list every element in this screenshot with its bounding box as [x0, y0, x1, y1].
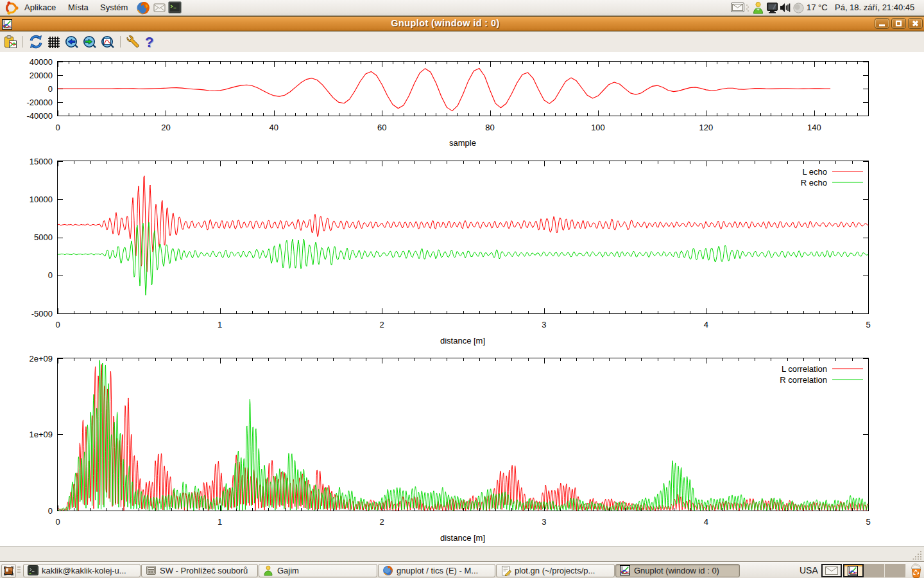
svg-text:-5000: -5000 [31, 309, 53, 319]
svg-text:2: 2 [380, 320, 384, 329]
svg-text:5000: 5000 [34, 232, 53, 242]
svg-text:5: 5 [866, 517, 870, 527]
svg-text:10000: 10000 [30, 195, 53, 204]
svg-text:15000: 15000 [30, 157, 53, 166]
svg-text:5: 5 [866, 320, 870, 329]
svg-text:0: 0 [55, 320, 60, 329]
svg-text:R correlation: R correlation [780, 375, 827, 385]
svg-text:40000: 40000 [30, 57, 53, 67]
svg-text:1e+09: 1e+09 [29, 430, 53, 439]
svg-text:4: 4 [704, 320, 708, 329]
svg-text:4: 4 [704, 517, 708, 527]
svg-text:-20000: -20000 [27, 98, 53, 107]
svg-text:3: 3 [542, 517, 546, 527]
svg-text:60: 60 [377, 123, 386, 132]
svg-text:20: 20 [161, 123, 170, 132]
svg-text:0: 0 [55, 123, 60, 132]
svg-text:distance [m]: distance [m] [440, 533, 485, 543]
svg-text:40: 40 [270, 123, 278, 132]
svg-text:3: 3 [542, 320, 546, 329]
svg-text:120: 120 [699, 123, 714, 132]
svg-text:2: 2 [380, 517, 384, 527]
svg-text:0: 0 [48, 84, 53, 94]
svg-text:1: 1 [218, 320, 222, 329]
svg-text:sample: sample [449, 138, 476, 148]
svg-text:0: 0 [55, 517, 60, 527]
svg-text:80: 80 [485, 123, 494, 132]
svg-text:distance [m]: distance [m] [440, 336, 485, 346]
svg-text:2e+09: 2e+09 [29, 354, 53, 363]
svg-text:100: 100 [591, 123, 605, 132]
svg-text:L correlation: L correlation [782, 364, 827, 374]
svg-text:R echo: R echo [801, 178, 827, 188]
svg-text:-40000: -40000 [27, 111, 53, 121]
svg-text:1: 1 [218, 517, 222, 527]
svg-text:L echo: L echo [802, 167, 827, 177]
svg-text:0: 0 [48, 270, 53, 280]
svg-text:140: 140 [807, 123, 821, 132]
svg-text:0: 0 [48, 506, 53, 516]
svg-text:20000: 20000 [30, 71, 53, 80]
